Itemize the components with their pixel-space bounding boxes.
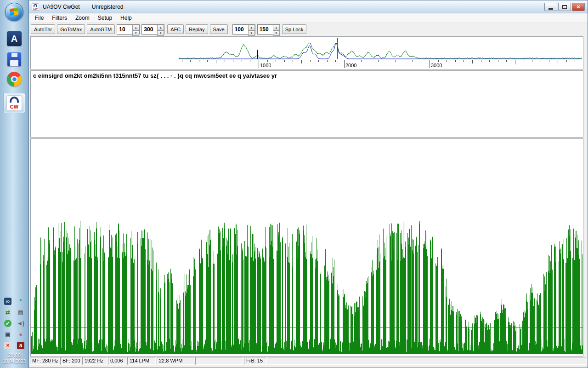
headphones-arc-icon: [10, 97, 19, 103]
registration-status: Unregistered: [92, 4, 124, 10]
clock-time: 20:00: [3, 352, 26, 358]
chrome-icon[interactable]: [7, 72, 22, 86]
status-frb: FrB: 15: [244, 357, 267, 365]
taskbar-clock[interactable]: 20:00 10.04.2023: [3, 352, 26, 364]
status-bar: MF: 280 Hz BF: 200 1922 Hz 0,006 114 LPM…: [29, 356, 587, 365]
spectrum-display[interactable]: 100020003000: [30, 36, 583, 69]
menu-filters[interactable]: Filters: [48, 13, 71, 23]
threshold-spin: ▲ ▼: [117, 24, 140, 34]
menu-file[interactable]: File: [31, 13, 48, 23]
save-floppy-icon[interactable]: [7, 52, 21, 66]
cwget-app-icon: CW: [6, 95, 22, 111]
max-level-spin: ▲ ▼: [141, 24, 164, 34]
spin-down-button[interactable]: ▼: [273, 30, 280, 36]
spin-up-button[interactable]: ▲: [157, 25, 164, 30]
status-wpm: 22,8 WPM: [157, 357, 194, 365]
status-lpm: 114 LPM: [127, 357, 156, 365]
clock-date: 10.04.2023: [3, 358, 26, 364]
sync-arrows-icon[interactable]: ⇄: [4, 309, 11, 316]
maximize-icon: [562, 5, 567, 9]
speed-max-spin-input[interactable]: [258, 25, 273, 34]
max-level-spin-input[interactable]: [142, 25, 157, 34]
status-frequency: 1922 Hz: [82, 357, 107, 365]
close-button[interactable]: ×: [572, 3, 585, 11]
status-spacer: [195, 357, 243, 365]
window-title: UA9OV CwGet: [43, 4, 80, 10]
windows-flag-icon: [10, 8, 19, 16]
maximize-button[interactable]: [558, 3, 571, 11]
close-icon: ×: [577, 4, 580, 10]
menu-zoom[interactable]: Zoom: [71, 13, 94, 23]
hotkey-icon[interactable]: a: [17, 342, 24, 349]
speed-min-spin-input[interactable]: [233, 25, 248, 34]
spin-down-button[interactable]: ▼: [157, 30, 164, 36]
decoded-text-area[interactable]: c eimsigrd om2kt om2ki5nn t315nnt57 tu s…: [30, 70, 583, 138]
floppy-label: [10, 60, 18, 66]
chrome-core: [12, 77, 17, 81]
threshold-spin-input[interactable]: [117, 25, 132, 34]
spin-down-button[interactable]: ▼: [132, 30, 139, 36]
oscillogram-display[interactable]: [30, 138, 583, 356]
dual-monitor-icon[interactable]: ▣: [4, 331, 11, 338]
red-swirl-icon[interactable]: ●: [17, 331, 24, 338]
clipboard-icon[interactable]: ▤: [17, 309, 24, 316]
status-level: 0,006: [108, 357, 126, 365]
menu-setup[interactable]: Setup: [94, 13, 116, 23]
autothr-button[interactable]: AutoThr: [31, 24, 55, 34]
minimize-button[interactable]: [544, 3, 557, 11]
app-a-icon[interactable]: A: [7, 31, 22, 46]
replay-button[interactable]: Replay: [186, 24, 208, 34]
spin-up-button[interactable]: ▲: [132, 25, 139, 30]
update-check-icon[interactable]: ✓: [4, 320, 11, 327]
sparkle-icon[interactable]: *: [17, 298, 24, 305]
desktop: A CW ∞*⇄▤✓◄)▣●×a 20:00 10.04.2023 CW: [0, 0, 588, 368]
cwget-title-icon: CW: [32, 3, 39, 11]
speed-max-spin: ▲ ▼: [257, 24, 280, 34]
spectrum-canvas[interactable]: [31, 37, 583, 69]
headphones-arc-icon: [34, 4, 37, 7]
save-button[interactable]: Save: [210, 24, 228, 34]
window-titlebar[interactable]: CW UA9OV CwGet Unregistered ×: [29, 0, 588, 13]
network-error-icon[interactable]: ×: [4, 342, 11, 349]
status-spacer-2: [268, 357, 587, 365]
gotomax-button[interactable]: GoToMax: [57, 24, 85, 34]
floppy-shutter: [11, 53, 17, 57]
window-controls: ×: [544, 3, 585, 11]
binoculars-icon[interactable]: ∞: [4, 298, 11, 305]
cw-icon-label: CW: [7, 104, 22, 109]
spin-up-button[interactable]: ▲: [248, 25, 255, 30]
status-bf: BF: 200: [60, 357, 81, 365]
splock-button[interactable]: Sp.Lock: [282, 24, 307, 34]
menu-help[interactable]: Help: [116, 13, 136, 23]
speed-min-spin: ▲ ▼: [232, 24, 255, 34]
toolbar: AutoThr GoToMax AutoGTM ▲ ▼ ▲ ▼ AFC Repl…: [29, 23, 588, 35]
autogtm-button[interactable]: AutoGTM: [87, 24, 115, 34]
menu-bar: File Filters Zoom Setup Help: [29, 13, 588, 23]
afc-button[interactable]: AFC: [167, 24, 184, 34]
taskbar: A CW ∞*⇄▤✓◄)▣●×a 20:00 10.04.2023: [0, 0, 28, 368]
oscillogram-canvas[interactable]: [31, 139, 583, 356]
system-tray: ∞*⇄▤✓◄)▣●×a: [4, 298, 24, 349]
cwget-window: CW UA9OV CwGet Unregistered × File Filte…: [28, 0, 588, 368]
spin-down-button[interactable]: ▼: [248, 30, 255, 36]
start-button[interactable]: [5, 3, 23, 21]
spin-up-button[interactable]: ▲: [273, 25, 280, 30]
cw-icon-label: CW: [32, 7, 39, 10]
minimize-icon: [548, 8, 553, 10]
status-mf: MF: 280 Hz: [30, 357, 59, 365]
cwget-taskbar-button[interactable]: CW: [3, 93, 25, 113]
volume-icon[interactable]: ◄): [17, 320, 24, 327]
